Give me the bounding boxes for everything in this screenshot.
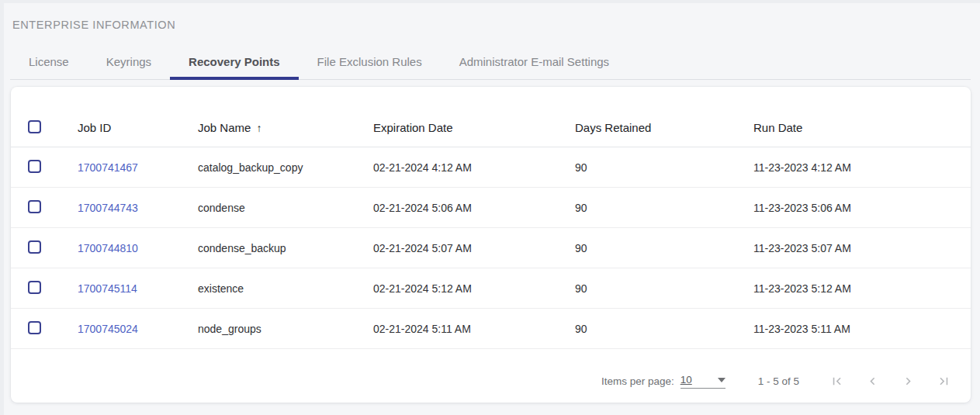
expiration-date-cell: 02-21-2024 5:11 AM — [373, 323, 575, 335]
run-date-cell: 11-23-2023 5:12 AM — [753, 282, 971, 295]
table-row: 1700744743 condense 02-21-2024 5:06 AM 9… — [11, 188, 971, 228]
page-title: ENTERPRISE INFORMATION — [12, 19, 980, 31]
job-name-cell: condense_backup — [198, 242, 373, 254]
days-retained-cell: 90 — [575, 161, 753, 174]
enterprise-information-page: ENTERPRISE INFORMATION License Keyrings … — [0, 0, 980, 415]
page-nav — [827, 372, 953, 391]
sort-ascending-icon: ↑ — [256, 122, 261, 134]
row-select-cell — [28, 160, 78, 175]
run-date-cell: 11-23-2023 5:11 AM — [753, 323, 971, 335]
last-page-button[interactable] — [934, 372, 953, 391]
next-page-icon — [901, 374, 916, 389]
column-header-run-date[interactable]: Run Date — [753, 121, 971, 134]
row-checkbox[interactable] — [28, 200, 41, 213]
days-retained-cell: 90 — [575, 202, 753, 214]
first-page-button[interactable] — [827, 372, 846, 391]
job-name-cell: condense — [198, 202, 373, 214]
run-date-cell: 11-23-2023 5:06 AM — [753, 202, 971, 214]
page-range-label: 1 - 5 of 5 — [758, 375, 799, 387]
row-checkbox[interactable] — [28, 160, 41, 173]
table-row: 1700741467 catalog_backup_copy 02-21-202… — [11, 147, 971, 188]
job-name-cell: existence — [198, 282, 373, 295]
row-checkbox[interactable] — [28, 321, 41, 334]
job-id-link[interactable]: 1700744810 — [78, 242, 138, 254]
column-header-days-retained[interactable]: Days Retained — [575, 121, 753, 134]
recovery-points-panel: Job ID Job Name↑ Expiration Date Days Re… — [11, 87, 971, 403]
expiration-date-cell: 02-21-2024 5:07 AM — [373, 242, 575, 254]
dropdown-arrow-icon — [718, 378, 725, 382]
days-retained-cell: 90 — [575, 242, 753, 254]
row-checkbox[interactable] — [28, 281, 41, 294]
job-name-cell: catalog_backup_copy — [198, 161, 373, 174]
next-page-button[interactable] — [899, 372, 917, 391]
row-select-cell — [28, 200, 78, 216]
row-select-cell — [28, 321, 78, 337]
select-all-checkbox[interactable] — [28, 120, 41, 133]
days-retained-cell: 90 — [575, 323, 753, 335]
first-page-icon — [829, 374, 844, 389]
last-page-icon — [937, 374, 951, 389]
tab-license[interactable]: License — [10, 46, 88, 80]
expiration-date-cell: 02-21-2024 4:12 AM — [373, 161, 575, 174]
items-per-page-select[interactable]: 10 — [680, 374, 725, 389]
column-header-job-id[interactable]: Job ID — [78, 121, 198, 134]
table-row: 1700744810 condense_backup 02-21-2024 5:… — [11, 228, 971, 268]
job-id-link[interactable]: 1700745024 — [78, 323, 138, 335]
items-per-page-value: 10 — [680, 374, 692, 386]
tab-administrator-email-settings[interactable]: Administrator E-mail Settings — [441, 46, 628, 80]
tab-file-exclusion-rules[interactable]: File Exclusion Rules — [299, 46, 441, 80]
days-retained-cell: 90 — [575, 282, 753, 295]
run-date-cell: 11-23-2023 5:07 AM — [753, 242, 971, 254]
job-id-link[interactable]: 1700744743 — [78, 202, 138, 214]
column-header-job-name[interactable]: Job Name↑ — [198, 121, 373, 134]
job-id-link[interactable]: 1700741467 — [78, 161, 138, 174]
tab-keyrings[interactable]: Keyrings — [88, 46, 170, 80]
table-header-row: Job ID Job Name↑ Expiration Date Days Re… — [11, 109, 971, 147]
previous-page-button[interactable] — [863, 372, 881, 391]
row-select-cell — [28, 281, 78, 296]
expiration-date-cell: 02-21-2024 5:12 AM — [373, 282, 575, 295]
items-per-page-label: Items per page: — [601, 375, 674, 387]
paginator: Items per page: 10 1 - 5 of 5 — [11, 349, 971, 403]
row-checkbox[interactable] — [28, 240, 41, 254]
tab-bar: License Keyrings Recovery Points File Ex… — [10, 46, 971, 80]
expiration-date-cell: 02-21-2024 5:06 AM — [373, 202, 575, 214]
row-select-cell — [28, 240, 78, 256]
table-row: 1700745024 node_groups 02-21-2024 5:11 A… — [11, 309, 971, 349]
run-date-cell: 11-23-2023 4:12 AM — [753, 161, 971, 174]
tab-recovery-points[interactable]: Recovery Points — [170, 46, 299, 80]
job-id-link[interactable]: 1700745114 — [78, 282, 137, 295]
job-name-cell: node_groups — [198, 323, 373, 335]
column-header-expiration-date[interactable]: Expiration Date — [373, 121, 575, 134]
table-row: 1700745114 existence 02-21-2024 5:12 AM … — [11, 268, 971, 309]
column-header-job-name-label: Job Name — [198, 121, 251, 134]
select-all-cell — [28, 120, 78, 136]
previous-page-icon — [865, 374, 880, 389]
